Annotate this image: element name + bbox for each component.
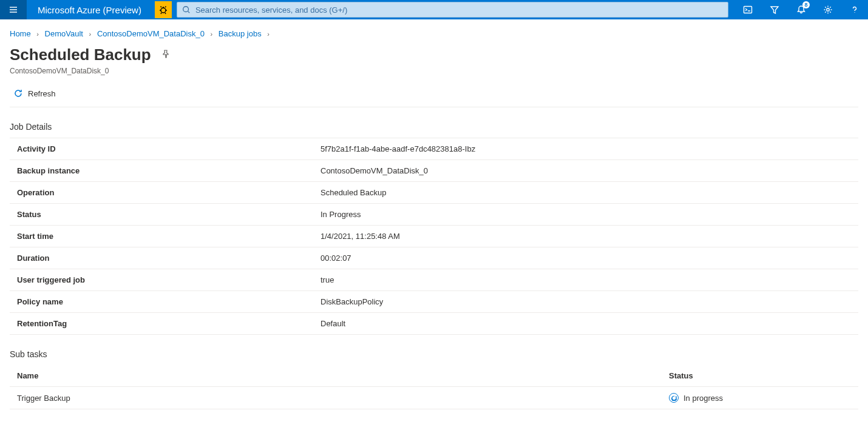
- sub-tasks-heading: Sub tasks: [10, 349, 858, 359]
- directory-filter-button[interactable]: [761, 0, 788, 19]
- detail-value: 5f7b2a1f-f1ab-4abe-aadf-e7dc482381a8-Ibz: [313, 138, 858, 160]
- detail-key: Status: [10, 204, 313, 226]
- notifications-button[interactable]: 8: [788, 0, 815, 19]
- page-header: Scheduled Backup: [10, 45, 858, 64]
- detail-key: Backup instance: [10, 160, 313, 182]
- brand-preview: (Preview): [103, 5, 141, 15]
- detail-key: Start time: [10, 226, 313, 247]
- refresh-icon: [13, 89, 23, 98]
- detail-row: Policy nameDiskBackupPolicy: [10, 291, 858, 313]
- filter-icon: [770, 5, 779, 15]
- subtask-name: Trigger Backup: [17, 394, 669, 403]
- cloud-shell-icon: [743, 5, 753, 15]
- detail-value: true: [313, 269, 858, 291]
- detail-key: Policy name: [10, 291, 313, 313]
- svg-point-0: [161, 8, 166, 13]
- subtask-row: Trigger Backup In progress: [10, 387, 858, 409]
- breadcrumb-instance[interactable]: ContosoDemoVM_DataDisk_0: [97, 29, 205, 38]
- svg-point-3: [827, 8, 829, 11]
- detail-row: StatusIn Progress: [10, 204, 858, 226]
- refresh-button[interactable]: Refresh: [10, 86, 59, 101]
- brand-name: Microsoft Azure: [38, 5, 100, 15]
- chevron-right-icon: ›: [211, 30, 213, 38]
- detail-value: DiskBackupPolicy: [313, 291, 858, 313]
- detail-row: Activity ID5f7b2a1f-f1ab-4abe-aadf-e7dc4…: [10, 138, 858, 160]
- detail-value: 00:02:07: [313, 247, 858, 269]
- subtask-status: In progress: [683, 394, 723, 403]
- page-content: Home › DemoVault › ContosoDemoVM_DataDis…: [0, 19, 868, 421]
- breadcrumb-jobs[interactable]: Backup jobs: [219, 29, 262, 38]
- detail-row: RetentionTagDefault: [10, 313, 858, 335]
- page-subtitle: ContosoDemoVM_DataDisk_0: [10, 67, 858, 75]
- detail-row: Backup instanceContosoDemoVM_DataDisk_0: [10, 160, 858, 182]
- subtasks-header-row: Name Status: [10, 365, 858, 387]
- brand-title: Microsoft Azure (Preview): [27, 5, 152, 15]
- search-placeholder: Search resources, services, and docs (G+…: [195, 5, 347, 15]
- hamburger-icon: [8, 5, 18, 15]
- page-title: Scheduled Backup: [10, 45, 151, 64]
- help-button[interactable]: [841, 0, 868, 19]
- job-details-heading: Job Details: [10, 122, 858, 132]
- bug-icon: [158, 5, 168, 15]
- detail-value: Default: [313, 313, 858, 335]
- detail-value: ContosoDemoVM_DataDisk_0: [313, 160, 858, 182]
- breadcrumb-vault[interactable]: DemoVault: [45, 29, 83, 38]
- detail-row: Duration00:02:07: [10, 247, 858, 269]
- refresh-label: Refresh: [28, 89, 56, 98]
- detail-value: 1/4/2021, 11:25:48 AM: [313, 226, 858, 247]
- breadcrumb-home[interactable]: Home: [10, 29, 31, 38]
- detail-row: Start time1/4/2021, 11:25:48 AM: [10, 226, 858, 247]
- detail-key: RetentionTag: [10, 313, 313, 335]
- cloud-shell-button[interactable]: [734, 0, 761, 19]
- detail-key: User triggered job: [10, 269, 313, 291]
- settings-button[interactable]: [815, 0, 841, 19]
- topbar-actions: 8: [734, 0, 868, 19]
- chevron-right-icon: ›: [36, 30, 39, 38]
- notification-badge: 8: [802, 1, 810, 8]
- portal-topbar: Microsoft Azure (Preview) Search resourc…: [0, 0, 868, 19]
- detail-row: User triggered jobtrue: [10, 269, 858, 291]
- global-search-input[interactable]: Search resources, services, and docs (G+…: [177, 2, 728, 18]
- detail-key: Activity ID: [10, 138, 313, 160]
- detail-key: Duration: [10, 247, 313, 269]
- breadcrumb: Home › DemoVault › ContosoDemoVM_DataDis…: [10, 29, 858, 38]
- in-progress-icon: [669, 393, 679, 403]
- hamburger-menu-button[interactable]: [0, 0, 27, 19]
- detail-key: Operation: [10, 182, 313, 204]
- chevron-right-icon: ›: [267, 30, 270, 38]
- chevron-right-icon: ›: [89, 30, 92, 38]
- gear-icon: [823, 5, 833, 15]
- column-header-status[interactable]: Status: [669, 371, 851, 380]
- pin-button[interactable]: [161, 49, 171, 61]
- report-bug-button[interactable]: [155, 1, 172, 18]
- help-icon: [850, 5, 860, 15]
- detail-value: Scheduled Backup: [313, 182, 858, 204]
- svg-point-1: [183, 7, 189, 12]
- command-bar: Refresh: [10, 86, 858, 107]
- svg-rect-2: [744, 7, 752, 13]
- search-icon: [182, 5, 191, 14]
- detail-value: In Progress: [313, 204, 858, 226]
- pin-icon: [161, 49, 171, 59]
- svg-point-4: [854, 12, 855, 13]
- detail-row: OperationScheduled Backup: [10, 182, 858, 204]
- job-details-table: Activity ID5f7b2a1f-f1ab-4abe-aadf-e7dc4…: [10, 138, 858, 335]
- column-header-name[interactable]: Name: [17, 371, 669, 380]
